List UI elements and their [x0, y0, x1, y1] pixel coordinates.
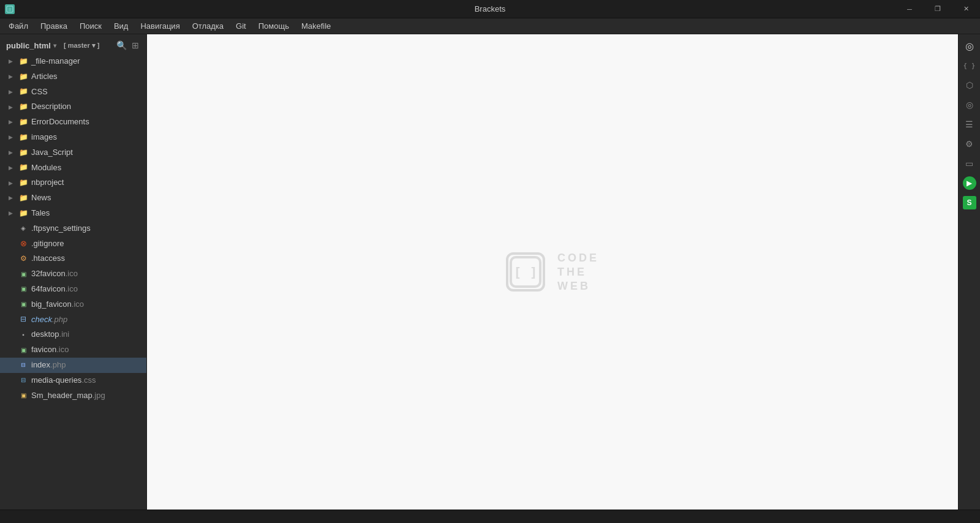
folder-arrow: ▶	[9, 88, 16, 96]
device-icon[interactable]: ▭	[960, 154, 979, 173]
ico-icon: ▣	[18, 284, 28, 294]
item-name: big_favicon.ico	[31, 298, 84, 311]
tree-item-ftpsync[interactable]: ◈ .ftpsync_settings	[0, 221, 146, 236]
menu-item-edit[interactable]: Правка	[34, 20, 74, 32]
tree-item-favicon64[interactable]: ▣ 64favicon.ico	[0, 282, 146, 297]
php-icon: ⊟	[18, 360, 28, 370]
menu-item-file[interactable]: Файл	[2, 20, 34, 32]
watermark-logo: [ ]	[506, 252, 545, 292]
item-name: Description	[31, 100, 71, 113]
tree-item-modules[interactable]: ▶ 📁 Modules	[0, 160, 146, 176]
folder-icon: 📁	[18, 102, 28, 112]
tree-item-description[interactable]: ▶ 📁 Description	[0, 99, 146, 115]
tree-item-sm-header-map[interactable]: ▣ Sm_header_map.jpg	[0, 388, 146, 404]
folder-icon: 📁	[18, 208, 28, 218]
window-controls: ─ ❐ ✕	[895, 0, 980, 18]
titlebar: B Brackets ─ ❐ ✕	[0, 0, 980, 18]
item-name: CSS	[31, 86, 48, 99]
project-arrow: ▾	[53, 42, 56, 49]
tree-item-tales[interactable]: ▶ 📁 Tales	[0, 206, 146, 221]
item-name: media-queries.css	[31, 374, 96, 387]
gear-icon[interactable]: ⚙	[960, 135, 979, 153]
item-name: Modules	[31, 162, 61, 175]
item-name: images	[31, 131, 57, 144]
preview-icon[interactable]: ◎	[960, 37, 979, 55]
folder-arrow: ▶	[9, 194, 16, 202]
layers-icon[interactable]: ☰	[960, 115, 979, 134]
live-preview-run-button[interactable]: ▶	[960, 174, 979, 192]
symlink-icon: ⊟	[18, 315, 28, 325]
tree-item-media-queries[interactable]: ⊟ media-queries.css	[0, 373, 146, 388]
sidebar-header-icons: 🔍 ⊞	[115, 39, 140, 51]
item-name: .ftpsync_settings	[31, 222, 91, 235]
restore-button[interactable]: ❐	[924, 0, 952, 18]
menubar: ФайлПравкаПоискВидНавигацияОтладкаGitПом…	[0, 18, 980, 34]
tree-item-news[interactable]: ▶ 📁 News	[0, 190, 146, 206]
collapse-icon[interactable]: ⊞	[130, 39, 140, 51]
search-icon[interactable]: 🔍	[115, 39, 128, 51]
play-icon: ▶	[963, 176, 976, 190]
ini-icon: ▪	[18, 330, 28, 340]
watermark-text: CODE THE WEB	[557, 252, 599, 293]
bottom-bar	[0, 510, 980, 523]
tree-item-gitignore[interactable]: ⊗ .gitignore	[0, 236, 146, 252]
curly-icon[interactable]: { }	[960, 56, 979, 75]
folder-arrow: ▶	[9, 57, 16, 66]
tree-item-check-php[interactable]: ⊟ check.php	[0, 312, 146, 328]
sidebar: public_html ▾ [ master ▾ ] 🔍 ⊞ ▶ 📁 _file…	[0, 34, 147, 510]
item-name: _file-manager	[31, 55, 80, 68]
target-icon[interactable]: ◎	[960, 96, 979, 114]
tree-item-big-favicon[interactable]: ▣ big_favicon.ico	[0, 297, 146, 312]
item-name: 32favicon.ico	[31, 268, 78, 280]
sidebar-header: public_html ▾ [ master ▾ ] 🔍 ⊞	[0, 34, 146, 54]
file-tree: ▶ 📁 _file-manager ▶ 📁 Articles ▶ 📁 CSS ▶…	[0, 54, 146, 510]
folder-icon: 📁	[18, 163, 28, 173]
watermark-line2: THE	[557, 266, 599, 279]
tree-item-errordocuments[interactable]: ▶ 📁 ErrorDocuments	[0, 115, 146, 130]
tree-item-desktop-ini[interactable]: ▪ desktop.ini	[0, 327, 146, 342]
file-generic-icon: ◈	[18, 224, 28, 233]
item-name: ErrorDocuments	[31, 116, 89, 129]
menu-item-help[interactable]: Помощь	[252, 20, 295, 32]
tree-item-favicon32[interactable]: ▣ 32favicon.ico	[0, 266, 146, 282]
folder-icon: 📁	[18, 87, 28, 97]
tree-item-css[interactable]: ▶ 📁 CSS	[0, 85, 146, 100]
main-layout: public_html ▾ [ master ▾ ] 🔍 ⊞ ▶ 📁 _file…	[0, 34, 980, 510]
menu-item-view[interactable]: Вид	[108, 20, 135, 32]
project-label: public_html	[6, 41, 51, 50]
watermark-line3: WEB	[557, 280, 599, 293]
tree-item-index-php[interactable]: ⊟ index.php	[0, 358, 146, 373]
item-name: .htaccess	[31, 252, 65, 265]
ico-icon: ▣	[18, 345, 28, 355]
menu-item-debug[interactable]: Отладка	[186, 20, 230, 32]
tree-item-images[interactable]: ▶ 📁 images	[0, 130, 146, 145]
folder-arrow: ▶	[9, 179, 16, 187]
minimize-button[interactable]: ─	[895, 0, 924, 18]
tree-item-articles[interactable]: ▶ 📁 Articles	[0, 69, 146, 85]
close-button[interactable]: ✕	[952, 0, 980, 18]
item-name: News	[31, 192, 51, 205]
camera-icon[interactable]: ⬡	[960, 76, 979, 94]
s-plugin-button[interactable]: S	[960, 194, 979, 212]
editor-area: [ ] CODE THE WEB	[147, 34, 958, 510]
menu-item-makefile[interactable]: Makefile	[295, 20, 337, 32]
tree-item-nbproject[interactable]: ▶ 📁 nbproject	[0, 175, 146, 190]
tree-item-htaccess[interactable]: ⚙ .htaccess	[0, 251, 146, 266]
item-name: Java_Script	[31, 146, 73, 159]
watermark: [ ] CODE THE WEB	[506, 252, 599, 293]
folder-arrow: ▶	[9, 133, 16, 141]
tree-item-file-manager[interactable]: ▶ 📁 _file-manager	[0, 54, 146, 69]
menu-item-git[interactable]: Git	[230, 20, 252, 32]
tree-item-java-script[interactable]: ▶ 📁 Java_Script	[0, 145, 146, 160]
menu-item-find[interactable]: Поиск	[74, 20, 108, 32]
item-name: Articles	[31, 70, 58, 83]
folder-arrow: ▶	[9, 164, 16, 172]
folder-arrow: ▶	[9, 72, 16, 81]
menu-item-navigate[interactable]: Навигация	[134, 20, 186, 32]
tree-item-favicon-ico[interactable]: ▣ favicon.ico	[0, 342, 146, 358]
project-name[interactable]: public_html ▾ [ master ▾ ]	[6, 41, 100, 50]
css-icon: ⊟	[18, 375, 28, 385]
branch-label[interactable]: [ master ▾ ]	[64, 42, 100, 50]
folder-icon: 📁	[18, 56, 28, 66]
folder-arrow: ▶	[9, 103, 16, 111]
